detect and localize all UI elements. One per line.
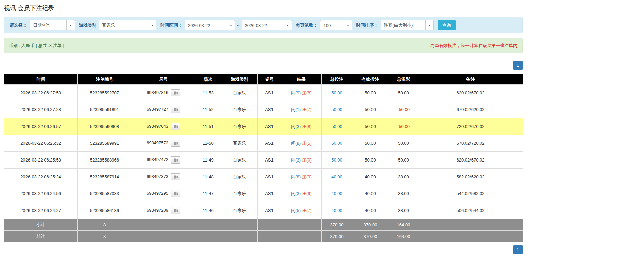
result-player-value: 闲(3) bbox=[291, 124, 301, 129]
page-1-button[interactable]: 1 bbox=[513, 245, 523, 254]
round-id-text: 693497373 bbox=[147, 174, 168, 179]
pagination-top: 1 bbox=[4, 61, 523, 70]
time-range-label: 时间区间： bbox=[160, 22, 182, 28]
query-type-dropdown[interactable]: 日期查询 bbox=[30, 20, 75, 30]
result-player-value: 闲(9) bbox=[291, 90, 301, 95]
cell-payout: 38.00 bbox=[389, 169, 418, 185]
chevron-down-icon[interactable] bbox=[284, 20, 292, 30]
cell-payout: 38.00 bbox=[389, 185, 418, 202]
cell-valid-bet: 50.00 bbox=[352, 101, 389, 118]
cell-bet-id: 523285592707 bbox=[78, 85, 132, 101]
cell-session: 11-49 bbox=[195, 152, 221, 169]
chevron-down-icon[interactable] bbox=[425, 20, 434, 30]
sort-order-label: 时间排序： bbox=[356, 22, 378, 28]
cell-remark: 506.02/544.02 bbox=[418, 202, 523, 219]
cell-game-type: 百家乐 bbox=[221, 101, 258, 118]
cell-result: 闲(3)庄(0) bbox=[281, 152, 322, 169]
date-from-picker[interactable]: 2026-03-22 bbox=[185, 20, 235, 30]
video-replay-button[interactable] bbox=[171, 123, 180, 130]
total-bet-link[interactable]: 50.00 bbox=[331, 107, 342, 112]
valid-bet-notice-text: 同局有效投注，统一计算在该局第一张注单内 bbox=[430, 43, 517, 49]
column-header: 桌号 bbox=[258, 74, 281, 85]
bet-record-row[interactable]: 2026-03-22 06:24:56 523285587083 6934972… bbox=[4, 185, 523, 202]
cell-game-type: 百家乐 bbox=[221, 85, 258, 101]
cell-bet-time: 2026-03-22 06:25:58 bbox=[4, 152, 78, 169]
cell-bet-id: 523285586186 bbox=[78, 202, 132, 219]
video-replay-button[interactable] bbox=[171, 190, 180, 197]
total-payout: 164.00 bbox=[389, 231, 418, 242]
result-player-value: 闲(3) bbox=[291, 157, 301, 163]
chevron-down-icon[interactable] bbox=[227, 20, 235, 30]
cell-valid-bet: 50.00 bbox=[352, 85, 389, 101]
cell-round-id: 693497373 bbox=[132, 169, 195, 185]
page-1-button[interactable]: 1 bbox=[513, 61, 523, 70]
cell-table-no: AS1 bbox=[258, 185, 281, 202]
empty-cell bbox=[418, 219, 523, 231]
empty-cell bbox=[258, 231, 281, 242]
bet-record-row[interactable]: 2026-03-22 06:24:27 523285586186 6934972… bbox=[4, 202, 523, 219]
bet-record-row[interactable]: 2026-03-22 06:27:58 523285592707 6934978… bbox=[4, 85, 523, 101]
cell-total-bet: 40.00 bbox=[322, 185, 352, 202]
date-range-separator: ~ bbox=[237, 23, 240, 28]
cell-session: 11-48 bbox=[195, 169, 221, 185]
cell-round-id: 693497209 bbox=[132, 202, 195, 219]
query-type-value: 日期查询 bbox=[30, 20, 66, 30]
column-header: 总派彩 bbox=[389, 74, 418, 85]
video-replay-button[interactable] bbox=[171, 207, 180, 214]
cell-table-no: AS1 bbox=[258, 135, 281, 152]
chevron-down-icon[interactable] bbox=[66, 20, 75, 30]
video-replay-button[interactable] bbox=[171, 140, 180, 147]
total-bet-link[interactable]: 40.00 bbox=[331, 174, 342, 179]
cell-bet-time: 2026-03-22 06:26:32 bbox=[4, 135, 78, 152]
column-header: 注单编号 bbox=[78, 74, 132, 85]
cell-round-id: 693497816 bbox=[132, 85, 195, 101]
cell-valid-bet: 40.00 bbox=[352, 169, 389, 185]
cell-result: 闲(5)庄(7) bbox=[281, 202, 322, 219]
total-bet-link[interactable]: 40.00 bbox=[331, 191, 342, 196]
date-to-picker[interactable]: 2026-03-22 bbox=[242, 20, 292, 30]
cell-table-no: AS1 bbox=[258, 152, 281, 169]
cell-bet-time: 2026-03-22 06:24:27 bbox=[4, 202, 78, 219]
result-banker-value: 庄(7) bbox=[302, 208, 312, 213]
cell-game-type: 百家乐 bbox=[221, 185, 258, 202]
result-banker-value: 庄(9) bbox=[302, 174, 312, 179]
bet-record-row[interactable]: 2026-03-22 06:25:24 523285587914 6934973… bbox=[4, 169, 523, 185]
result-banker-value: 庄(8) bbox=[302, 124, 312, 129]
total-bet-link[interactable]: 50.00 bbox=[331, 157, 342, 163]
search-button[interactable]: 查询 bbox=[438, 20, 456, 30]
bet-records-table: 时间注单编号局号场次游戏类别桌号结果总投注有效投注总派彩备注 2026-03-2… bbox=[4, 74, 523, 242]
bet-record-row[interactable]: 2026-03-22 06:26:32 523285589991 6934975… bbox=[4, 135, 523, 152]
video-camera-icon bbox=[174, 192, 178, 195]
game-type-dropdown[interactable]: 百家乐 bbox=[99, 20, 156, 30]
filter-bar: 请选择： 日期查询 游戏类别 百家乐 时间区间： 2026-03-22 ~ 20… bbox=[4, 17, 523, 33]
cell-session: 11-46 bbox=[195, 202, 221, 219]
chevron-down-icon[interactable] bbox=[148, 20, 156, 30]
video-replay-button[interactable] bbox=[171, 106, 180, 113]
video-replay-button[interactable] bbox=[171, 89, 180, 96]
page-size-dropdown[interactable]: 100 bbox=[320, 20, 352, 30]
bet-record-row[interactable]: 2026-03-22 06:26:57 523285590908 6934976… bbox=[4, 118, 523, 135]
cell-bet-id: 523285588966 bbox=[78, 152, 132, 169]
subtotal-total-bet: 370.00 bbox=[322, 219, 352, 231]
cell-round-id: 693497643 bbox=[132, 118, 195, 135]
sort-order-dropdown[interactable]: 降幂(由大到小) bbox=[381, 20, 434, 30]
cell-valid-bet: 50.00 bbox=[352, 152, 389, 169]
total-bet-link[interactable]: 50.00 bbox=[331, 124, 342, 129]
cell-bet-time: 2026-03-22 06:27:28 bbox=[4, 101, 78, 118]
total-bet-link[interactable]: 50.00 bbox=[331, 90, 342, 95]
chevron-down-icon[interactable] bbox=[344, 20, 352, 30]
video-camera-icon bbox=[174, 125, 178, 128]
empty-cell bbox=[418, 231, 523, 242]
cell-table-no: AS1 bbox=[258, 101, 281, 118]
cell-bet-id: 523285587083 bbox=[78, 185, 132, 202]
cell-remark: 670.02/720.02 bbox=[418, 135, 523, 152]
cell-bet-time: 2026-03-22 06:24:56 bbox=[4, 185, 78, 202]
total-bet-link[interactable]: 50.00 bbox=[331, 141, 342, 146]
cell-total-bet: 50.00 bbox=[322, 135, 352, 152]
bet-record-row[interactable]: 2026-03-22 06:27:28 523285591891 6934977… bbox=[4, 101, 523, 118]
bet-record-row[interactable]: 2026-03-22 06:25:58 523285588966 6934974… bbox=[4, 152, 523, 169]
video-replay-button[interactable] bbox=[171, 156, 180, 164]
result-banker-value: 庄(7) bbox=[302, 107, 312, 112]
video-replay-button[interactable] bbox=[171, 173, 180, 180]
total-bet-link[interactable]: 40.00 bbox=[331, 208, 342, 213]
